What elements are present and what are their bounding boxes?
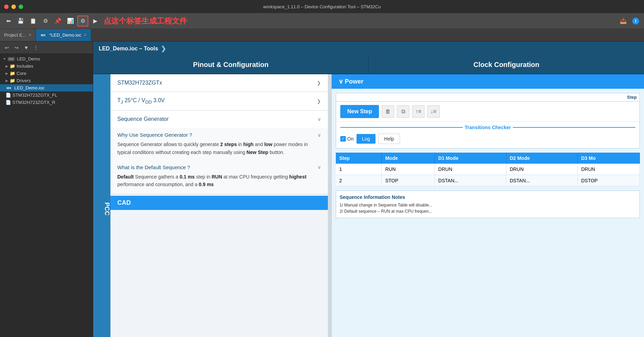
- info-icon: i: [632, 18, 639, 25]
- minimize-button[interactable]: [11, 4, 16, 9]
- section-tabs: Pinout & Configuration Clock Configurati…: [93, 56, 644, 74]
- window-title: workspace_1.11.0 – Device Configuration …: [263, 4, 381, 9]
- sidebar-item-drivers[interactable]: ▶ 📁 Drivers: [0, 77, 93, 84]
- log-button[interactable]: Log: [357, 134, 375, 144]
- move-down-button[interactable]: ↓≡: [427, 105, 440, 118]
- delete-step-button[interactable]: 🗑: [382, 105, 394, 118]
- col-d2-mode: D2 Mode: [506, 153, 577, 164]
- transitions-header: Transitions Checker: [340, 125, 635, 130]
- toolbar-save-btn[interactable]: 💾: [15, 16, 26, 27]
- toolbar-arrow-btn[interactable]: ▶: [90, 16, 101, 27]
- move-down-icon: ↓≡: [430, 108, 436, 115]
- tab-pinout-label: Pinout & Configuration: [193, 61, 269, 68]
- tab-pinout-config[interactable]: Pinout & Configuration: [93, 56, 369, 74]
- sub-accordion-why-title: Why Use Sequence Generator ?: [117, 132, 192, 138]
- accordion-header-sequence[interactable]: Sequence Generator ∨: [110, 110, 328, 128]
- table-header-row: Step Mode D1 Mode D2 Mode D3 Mo: [336, 153, 640, 164]
- move-up-icon: ↑≡: [415, 108, 421, 115]
- mx-badge-small: MX: [6, 86, 12, 90]
- transitions-controls: ✓ On Log Help: [340, 134, 635, 144]
- tab-label: *LED_Demo.ioc: [49, 32, 81, 38]
- toolbar-back-btn[interactable]: ⬅: [3, 16, 14, 27]
- sub-accordion-why-body: Sequence Generator allows to quickly gen…: [117, 141, 321, 156]
- sidebar: ↩ ↪ ▼ ⋮ ▼ IDE LED_Demo ▶ 📁 Includes ▶ 📁 …: [0, 41, 93, 337]
- sidebar-toolbar: ↩ ↪ ▼ ⋮: [0, 41, 93, 54]
- maximize-button[interactable]: [19, 4, 23, 9]
- step-header-label: Step: [627, 95, 637, 100]
- sub-accordion-why-header[interactable]: Why Use Sequence Generator ? ∨: [117, 128, 321, 141]
- new-step-button[interactable]: New Step: [340, 105, 379, 118]
- sidebar-item-stm32-r[interactable]: 📄 STM32H723ZGTX_R: [0, 99, 93, 106]
- power-header[interactable]: ∨ Power: [332, 74, 644, 89]
- sequence-info-title: Sequence Information Notes: [340, 194, 636, 200]
- cell-d1-1: DRUN: [435, 164, 506, 175]
- toolbar-copy-btn[interactable]: 📋: [28, 16, 39, 27]
- table-row[interactable]: 1 RUN DRUN DRUN DRUN: [336, 164, 640, 175]
- table-row[interactable]: 2 STOP DSTAN... DSTAN... DSTOP: [336, 175, 640, 186]
- sidebar-tree: ▼ IDE LED_Demo ▶ 📁 Includes ▶ 📁 Core ▶ 📁…: [0, 54, 93, 337]
- toolbar-number-btn[interactable]: 📊: [65, 16, 76, 27]
- sidebar-item-stm32-fl[interactable]: 📄 STM32H723ZGTX_FL: [0, 92, 93, 99]
- accordion-title: STM32H723ZGTx: [117, 80, 162, 86]
- sidebar-item-led-demo[interactable]: ▼ IDE LED_Demo: [0, 55, 93, 62]
- folder-icon: 📁: [10, 64, 15, 69]
- toolbar-pin-btn[interactable]: 📌: [52, 16, 64, 27]
- sidebar-more-icon[interactable]: ⋮: [32, 44, 40, 52]
- close-button[interactable]: [4, 4, 9, 9]
- cell-step-1: 1: [336, 164, 382, 175]
- folder-icon: 📁: [10, 71, 15, 76]
- help-button[interactable]: Help: [378, 134, 400, 144]
- tab-close-icon[interactable]: ✕: [84, 33, 87, 37]
- trash-icon: 🗑: [385, 108, 391, 115]
- transitions-line-right: [513, 127, 635, 128]
- breadcrumb: LED_Demo.ioc – Tools ❯: [93, 41, 644, 56]
- sidebar-item-includes[interactable]: ▶ 📁 Includes: [0, 62, 93, 70]
- cell-d2-1: DRUN: [506, 164, 577, 175]
- toolbar-export-btn[interactable]: 📤: [618, 16, 629, 27]
- accordion-stm32: STM32H723ZGTx ❯: [110, 74, 328, 92]
- move-up-button[interactable]: ↑≡: [412, 105, 425, 118]
- content-area: LED_Demo.ioc – Tools ❯ Pinout & Configur…: [93, 41, 644, 337]
- sidebar-item-led-demo-ioc[interactable]: MX LED_Demo.ioc: [0, 84, 93, 92]
- sidebar-filter-icon[interactable]: ▼: [22, 44, 30, 52]
- main-container: ↩ ↪ ▼ ⋮ ▼ IDE LED_Demo ▶ 📁 Includes ▶ 📁 …: [0, 41, 644, 337]
- accordion-title: Sequence Generator: [117, 116, 169, 122]
- tree-item-label: STM32H723ZGTX_FL: [12, 93, 57, 98]
- file-icon: 📄: [6, 100, 11, 105]
- sub-accordion-default-body: Default Sequence gathers a 0.1 ms step i…: [117, 173, 321, 189]
- copy-step-button[interactable]: ⧉: [397, 105, 409, 118]
- cad-section-header: CAD: [110, 196, 328, 210]
- col-mode: Mode: [382, 153, 435, 164]
- titlebar: workspace_1.11.0 – Device Configuration …: [0, 0, 644, 13]
- panel-divider[interactable]: [328, 74, 331, 337]
- tab-led-demo[interactable]: MX *LED_Demo.ioc ✕: [36, 29, 91, 41]
- col-d1-mode: D1 Mode: [435, 153, 506, 164]
- tab-clock-config[interactable]: Clock Configuration: [369, 56, 644, 74]
- on-checkbox[interactable]: ✓: [340, 136, 346, 142]
- sequence-info-note-1: 1/ Manual change in Sequence Table will …: [340, 202, 636, 208]
- tree-item-label: Includes: [17, 64, 33, 69]
- tab-close-icon[interactable]: ✕: [28, 33, 31, 37]
- sidebar-back-icon[interactable]: ↩: [3, 44, 11, 52]
- tabs-bar: Project E... ✕ MX *LED_Demo.ioc ✕: [0, 29, 644, 41]
- toolbar-settings-btn[interactable]: ⚙: [40, 16, 51, 27]
- folder-icon: 📁: [10, 78, 15, 83]
- accordion-body-sequence: Why Use Sequence Generator ? ∨ Sequence …: [110, 128, 328, 194]
- toolbar-info-btn[interactable]: i: [630, 16, 641, 27]
- sub-accordion-default-header[interactable]: What is the Default Sequence ? ∨: [117, 160, 321, 173]
- sequence-info-section: Sequence Information Notes 1/ Manual cha…: [336, 191, 640, 218]
- sidebar-item-core[interactable]: ▶ 📁 Core: [0, 70, 93, 77]
- accordion-header-tj[interactable]: TJ 25°C / VDD 3.0V ❯: [110, 92, 328, 110]
- sidebar-forward-icon[interactable]: ↪: [12, 44, 21, 52]
- breadcrumb-arrow-icon: ❯: [161, 45, 166, 52]
- toolbar-generate-btn[interactable]: ⚙: [77, 16, 88, 27]
- sub-accordion-default-arrow-icon: ∨: [318, 164, 321, 170]
- expand-arrow-icon: ▼: [3, 57, 6, 61]
- ide-badge: IDE: [8, 57, 15, 61]
- sequence-info-note-2: 2/ Default sequence – RUN at max CPU fre…: [340, 208, 636, 214]
- transitions-section: Transitions Checker ✓ On Log Help: [336, 122, 640, 148]
- tab-project-explorer[interactable]: Project E... ✕: [0, 29, 36, 41]
- accordion-header-stm32[interactable]: STM32H723ZGTx ❯: [110, 74, 328, 92]
- col-step: Step: [336, 153, 382, 164]
- transitions-title: Transitions Checker: [465, 125, 511, 130]
